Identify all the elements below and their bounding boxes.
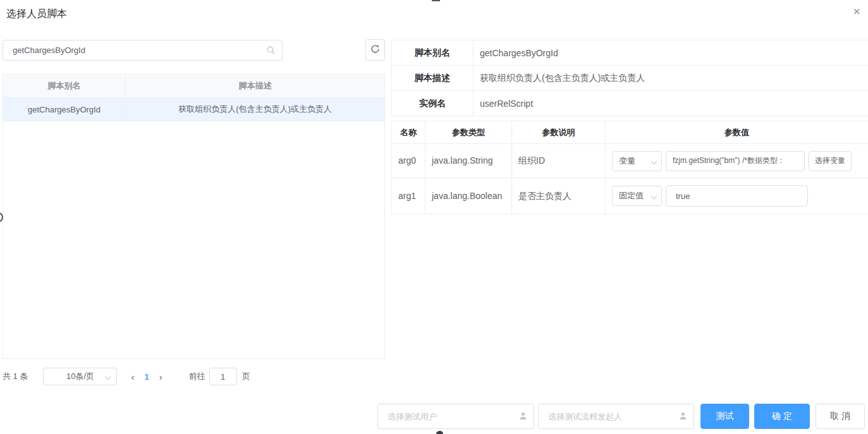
test-button[interactable]: 测试 [700, 404, 749, 429]
search-icon[interactable] [266, 45, 276, 57]
test-initiator-field [538, 404, 694, 429]
search-input[interactable] [3, 40, 283, 61]
detail-label: 脚本别名 [392, 40, 474, 65]
param-row-arg1: arg1 java.lang.Boolean 是否主负责人 固定值 [392, 178, 868, 214]
param-desc: 组织ID [512, 144, 606, 178]
param-type: java.lang.String [425, 144, 512, 178]
chevron-down-icon [105, 374, 111, 380]
choose-variable-button[interactable]: 选择变量 [809, 151, 852, 171]
page-title: 选择人员脚本 [6, 8, 67, 21]
cell-script-desc: 获取组织负责人(包含主负责人)或主负责人 [126, 98, 384, 121]
detail-label: 实例名 [392, 91, 474, 116]
param-value-cell: 固定值 [606, 178, 868, 214]
pagination: 共 1 条 10条/页 ‹ 1 › 前往 页 [3, 368, 250, 385]
detail-value: 获取组织负责人(包含主负责人)或主负责人 [474, 66, 868, 90]
prev-page-icon[interactable]: ‹ [131, 371, 134, 382]
pagination-total: 共 1 条 [3, 371, 28, 382]
params-table: 名称 参数类型 参数说明 参数值 arg0 java.lang.String 组… [391, 121, 868, 214]
column-header-alias: 脚本别名 [3, 75, 126, 97]
goto-page-input[interactable] [209, 368, 237, 385]
param-value-input[interactable] [666, 185, 808, 207]
clipped-mark-bottom [436, 431, 443, 434]
detail-value: userRelScript [474, 91, 868, 116]
test-user-field [377, 404, 534, 429]
value-mode-select[interactable]: 变量 [612, 151, 662, 171]
chevron-down-icon [651, 193, 657, 200]
clipped-mark-top [432, 0, 440, 1]
script-detail-table: 脚本别名 getChargesByOrgId 脚本描述 获取组织负责人(包含主负… [391, 40, 868, 116]
refresh-icon [370, 44, 381, 56]
test-initiator-input[interactable] [538, 404, 694, 429]
param-value-input[interactable] [666, 151, 805, 171]
detail-row-desc: 脚本描述 获取组织负责人(包含主负责人)或主负责人 [392, 66, 868, 91]
column-header-paramvalue: 参数值 [606, 121, 868, 143]
param-value-cell: 变量 选择变量 [606, 144, 868, 178]
column-header-type: 参数类型 [425, 121, 512, 143]
column-header-name: 名称 [392, 121, 425, 143]
table-row[interactable]: getChargesByOrgId 获取组织负责人(包含主负责人)或主负责人 [3, 98, 384, 121]
script-list-table: 脚本别名 脚本描述 getChargesByOrgId 获取组织负责人(包含主负… [3, 74, 385, 359]
value-mode-select[interactable]: 固定值 [612, 186, 662, 206]
page-size-select[interactable]: 10条/页 [43, 368, 117, 385]
page-unit-label: 页 [242, 371, 250, 382]
detail-row-instance: 实例名 userRelScript [392, 91, 868, 116]
refresh-button[interactable] [365, 39, 385, 61]
column-header-desc: 脚本描述 [126, 75, 384, 97]
detail-row-alias: 脚本别名 getChargesByOrgId [392, 40, 868, 66]
value-mode-label: 固定值 [619, 190, 644, 202]
select-person-script-dialog: 选择人员脚本 × 脚本别名 脚本描述 getChargesByOrgId 获取组… [0, 0, 868, 434]
page-size-value: 10条/页 [66, 371, 94, 382]
close-icon[interactable]: × [853, 5, 860, 18]
goto-page-label: 前往 [189, 371, 205, 382]
script-table-header-row: 脚本别名 脚本描述 [3, 75, 384, 98]
person-icon [678, 411, 688, 423]
value-mode-label: 变量 [619, 155, 635, 167]
cell-script-alias: getChargesByOrgId [3, 98, 126, 121]
param-desc: 是否主负责人 [512, 178, 606, 214]
column-header-paramdesc: 参数说明 [512, 121, 606, 143]
cancel-button[interactable]: 取 消 [816, 404, 865, 429]
person-icon [518, 411, 528, 423]
detail-value: getChargesByOrgId [474, 40, 868, 65]
chevron-down-icon [651, 158, 657, 164]
param-type: java.lang.Boolean [425, 178, 512, 214]
script-search-field [3, 40, 283, 61]
param-name: arg1 [392, 178, 425, 214]
current-page-number[interactable]: 1 [144, 372, 149, 382]
confirm-button[interactable]: 确 定 [754, 404, 810, 429]
param-name: arg0 [392, 144, 425, 178]
test-user-input[interactable] [377, 404, 534, 429]
param-row-arg0: arg0 java.lang.String 组织ID 变量 选择变量 [392, 144, 868, 178]
params-header-row: 名称 参数类型 参数说明 参数值 [392, 121, 868, 144]
detail-label: 脚本描述 [392, 66, 474, 90]
next-page-icon[interactable]: › [159, 371, 162, 382]
